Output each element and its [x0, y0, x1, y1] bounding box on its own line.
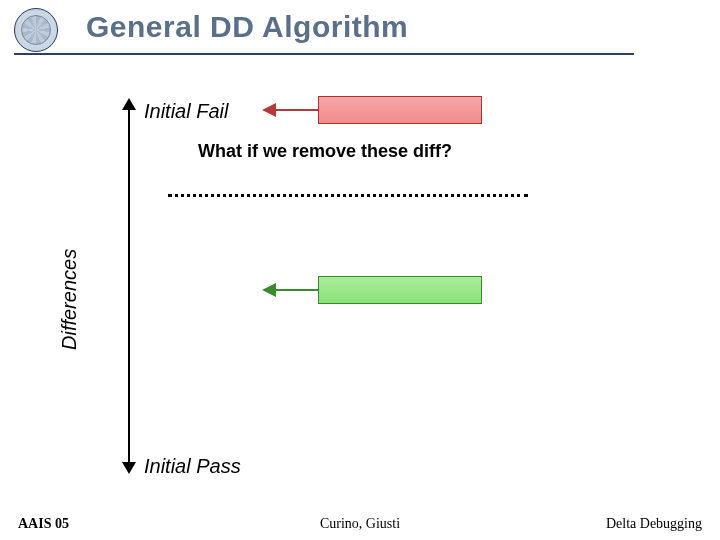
differences-axis — [128, 106, 130, 470]
pass-arrow-shaft — [276, 289, 318, 291]
institution-logo — [14, 8, 58, 52]
title-underline — [14, 53, 634, 55]
question-text: What if we remove these diff? — [198, 141, 452, 162]
pass-arrow-head-icon — [262, 283, 276, 297]
pass-state-block — [318, 276, 482, 304]
initial-pass-label: Initial Pass — [144, 455, 241, 478]
initial-fail-label: Initial Fail — [144, 100, 228, 123]
axis-arrow-down-icon — [122, 462, 136, 474]
logo-inner-pattern — [21, 15, 51, 45]
fail-arrow-head-icon — [262, 103, 276, 117]
fail-arrow-shaft — [276, 109, 318, 111]
axis-label-differences: Differences — [58, 249, 81, 350]
footer-right: Delta Debugging — [606, 516, 702, 532]
slide-title: General DD Algorithm — [86, 10, 408, 44]
fail-state-block — [318, 96, 482, 124]
slide: General DD Algorithm Initial Fail Initia… — [0, 0, 720, 540]
split-dashed-line — [168, 194, 528, 197]
